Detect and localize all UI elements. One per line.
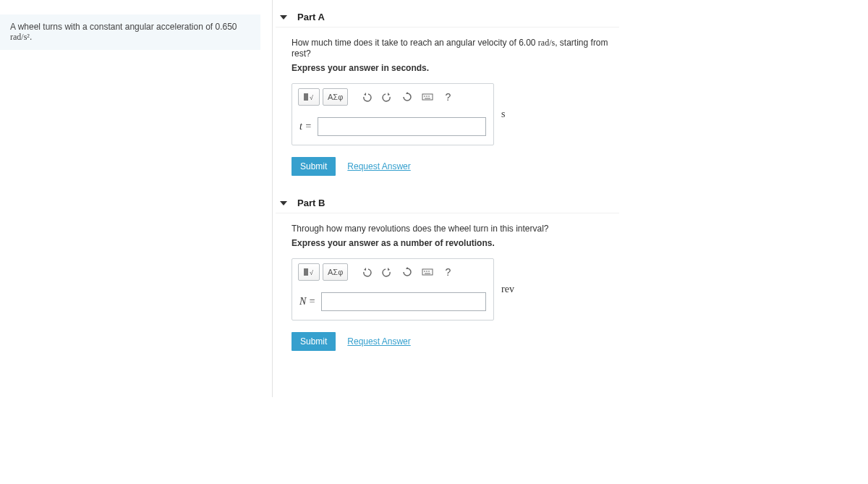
- part-b-input[interactable]: [321, 292, 486, 311]
- keyboard-icon[interactable]: [419, 88, 436, 106]
- svg-rect-7: [304, 268, 308, 276]
- part-b-header[interactable]: Part B: [276, 193, 619, 213]
- svg-text:√: √: [310, 94, 313, 101]
- svg-rect-0: [304, 93, 308, 101]
- part-a-submit-button[interactable]: Submit: [292, 157, 336, 176]
- problem-text-post: .: [30, 32, 32, 42]
- part-b-answer-box: √ ΑΣφ: [292, 258, 494, 320]
- part-b-request-answer[interactable]: Request Answer: [347, 336, 410, 347]
- part-b-toolbar: √ ΑΣφ: [292, 259, 493, 285]
- symbols-button[interactable]: ΑΣφ: [323, 263, 348, 281]
- part-b-unit: rev: [501, 284, 514, 295]
- chevron-down-icon: [280, 15, 287, 20]
- chevron-down-icon: [280, 201, 287, 205]
- part-b-title: Part B: [297, 198, 325, 208]
- redo-icon[interactable]: [378, 88, 396, 106]
- redo-icon[interactable]: [378, 263, 396, 281]
- keyboard-icon[interactable]: [419, 263, 436, 281]
- problem-text-pre: A wheel turns with a constant angular ac…: [10, 22, 237, 32]
- svg-rect-2: [422, 94, 433, 100]
- part-a-answer-box: √ ΑΣφ: [292, 83, 494, 145]
- part-a-question: How much time does it take to reach an a…: [292, 38, 619, 59]
- svg-text:√: √: [310, 269, 313, 276]
- undo-icon[interactable]: [358, 263, 375, 281]
- help-icon[interactable]: ?: [439, 88, 456, 106]
- undo-icon[interactable]: [358, 88, 375, 106]
- part-a-toolbar: √ ΑΣφ: [292, 84, 493, 110]
- part-b-submit-button[interactable]: Submit: [292, 332, 336, 351]
- problem-statement: A wheel turns with a constant angular ac…: [0, 14, 260, 50]
- part-b-question: Through how many revolutions does the wh…: [292, 224, 619, 234]
- part-a-header[interactable]: Part A: [276, 7, 619, 27]
- part-a-input[interactable]: [318, 117, 486, 136]
- part-a-unit: s: [501, 109, 505, 120]
- reset-icon[interactable]: [399, 88, 416, 106]
- part-b-instruction: Express your answer as a number of revol…: [292, 238, 619, 248]
- symbols-button[interactable]: ΑΣφ: [323, 88, 348, 106]
- help-icon[interactable]: ?: [439, 263, 456, 281]
- part-b-variable: N =: [299, 296, 315, 307]
- part-a-variable: t =: [299, 121, 312, 132]
- problem-unit: rad/s²: [10, 32, 30, 42]
- part-a-instruction: Express your answer in seconds.: [292, 63, 619, 73]
- reset-icon[interactable]: [399, 263, 416, 281]
- templates-icon[interactable]: √: [298, 263, 320, 281]
- templates-icon[interactable]: √: [298, 88, 320, 106]
- part-a-request-answer[interactable]: Request Answer: [347, 161, 410, 171]
- part-a-title: Part A: [297, 12, 325, 22]
- svg-rect-9: [422, 269, 433, 275]
